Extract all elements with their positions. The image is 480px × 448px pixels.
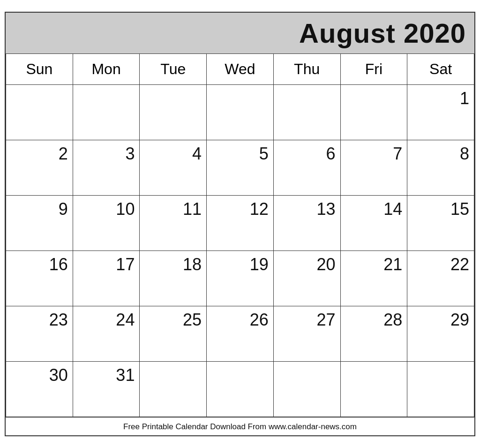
days-header-row: SunMonTueWedThuFriSat <box>6 54 474 85</box>
calendar-day-cell: 3 <box>73 140 140 196</box>
calendar-day-cell <box>273 362 340 417</box>
calendar-title-row: August 2020 <box>6 13 474 53</box>
calendar-day-cell: 11 <box>140 196 207 251</box>
calendar-week-row: 1 <box>6 85 474 140</box>
calendar-day-cell <box>6 85 73 140</box>
calendar-day-cell: 14 <box>340 196 407 251</box>
calendar-day-cell: 28 <box>340 306 407 362</box>
calendar-day-cell: 4 <box>140 140 207 196</box>
calendar-day-cell: 25 <box>140 306 207 362</box>
calendar-day-cell <box>273 85 340 140</box>
calendar-day-cell <box>340 362 407 417</box>
calendar-day-cell: 13 <box>273 196 340 251</box>
day-header-wed: Wed <box>207 54 274 85</box>
calendar-day-cell: 24 <box>73 306 140 362</box>
calendar-day-cell <box>73 85 140 140</box>
calendar-week-row: 2345678 <box>6 140 474 196</box>
calendar-day-cell: 12 <box>207 196 274 251</box>
day-header-tue: Tue <box>140 54 207 85</box>
calendar-week-row: 16171819202122 <box>6 251 474 306</box>
calendar-day-cell <box>207 362 274 417</box>
calendar-day-cell: 10 <box>73 196 140 251</box>
calendar-day-cell <box>140 85 207 140</box>
calendar-container: August 2020 SunMonTueWedThuFriSat 123456… <box>5 12 475 436</box>
calendar-day-cell: 7 <box>340 140 407 196</box>
calendar-day-cell: 18 <box>140 251 207 306</box>
calendar-day-cell: 22 <box>407 251 474 306</box>
calendar-day-cell: 31 <box>73 362 140 417</box>
calendar-body: 1234567891011121314151617181920212223242… <box>6 85 474 417</box>
calendar-day-cell: 21 <box>340 251 407 306</box>
calendar-day-cell <box>340 85 407 140</box>
calendar-day-cell <box>407 362 474 417</box>
calendar-day-cell: 30 <box>6 362 73 417</box>
calendar-week-row: 9101112131415 <box>6 196 474 251</box>
day-header-sun: Sun <box>6 54 73 85</box>
calendar-day-cell: 17 <box>73 251 140 306</box>
calendar-day-cell: 29 <box>407 306 474 362</box>
day-header-thu: Thu <box>273 54 340 85</box>
calendar-day-cell: 27 <box>273 306 340 362</box>
calendar-day-cell: 19 <box>207 251 274 306</box>
calendar-footer: Free Printable Calendar Download From ww… <box>6 417 474 435</box>
calendar-day-cell: 26 <box>207 306 274 362</box>
calendar-day-cell: 8 <box>407 140 474 196</box>
calendar-day-cell: 23 <box>6 306 73 362</box>
calendar-day-cell: 1 <box>407 85 474 140</box>
calendar-title: August 2020 <box>299 18 466 48</box>
calendar-day-cell: 16 <box>6 251 73 306</box>
day-header-fri: Fri <box>340 54 407 85</box>
calendar-day-cell: 20 <box>273 251 340 306</box>
calendar-week-row: 23242526272829 <box>6 306 474 362</box>
calendar-day-cell <box>140 362 207 417</box>
calendar-week-row: 3031 <box>6 362 474 417</box>
calendar-day-cell: 5 <box>207 140 274 196</box>
day-header-sat: Sat <box>407 54 474 85</box>
calendar-day-cell <box>207 85 274 140</box>
day-header-mon: Mon <box>73 54 140 85</box>
calendar-grid: SunMonTueWedThuFriSat 123456789101112131… <box>6 53 474 417</box>
calendar-day-cell: 9 <box>6 196 73 251</box>
calendar-day-cell: 6 <box>273 140 340 196</box>
calendar-day-cell: 2 <box>6 140 73 196</box>
calendar-day-cell: 15 <box>407 196 474 251</box>
